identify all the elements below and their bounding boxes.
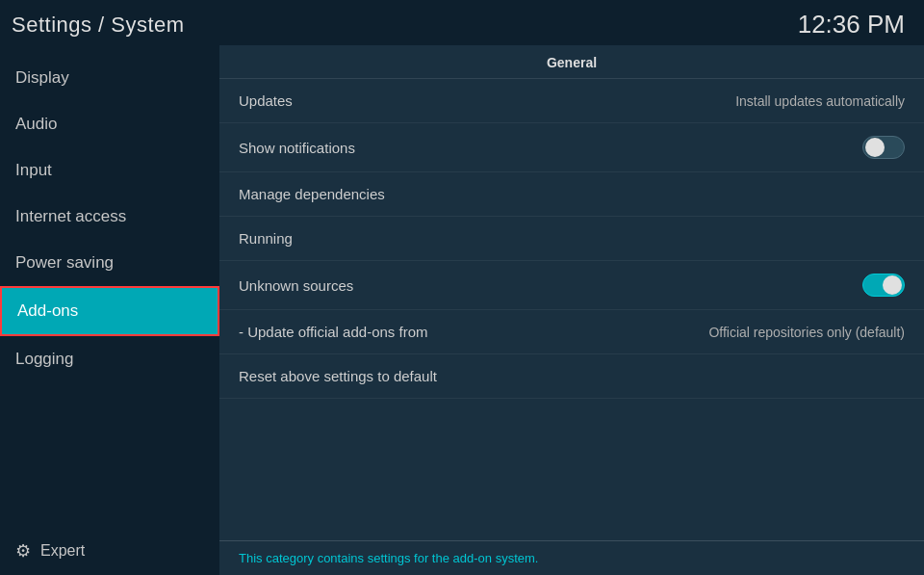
settings-row-label-updates: Updates (239, 92, 293, 109)
sidebar-item-display[interactable]: Display (0, 55, 219, 101)
gear-icon: ⚙ (15, 540, 31, 562)
settings-row-label-running: Running (239, 230, 293, 247)
sidebar-item-power-saving[interactable]: Power saving (0, 240, 219, 286)
sidebar-item-input[interactable]: Input (0, 147, 219, 194)
settings-row-label-show-notifications: Show notifications (239, 140, 355, 156)
toggle-show-notifications[interactable] (862, 136, 905, 159)
settings-row-unknown-sources[interactable]: Unknown sources (219, 261, 924, 310)
settings-row-label-update-official: - Update official add-ons from (239, 324, 428, 340)
settings-row-label-unknown-sources: Unknown sources (239, 277, 353, 294)
settings-row-value-update-official: Official repositories only (default) (708, 325, 905, 340)
sidebar-item-audio[interactable]: Audio (0, 101, 219, 147)
settings-row-running[interactable]: Running (219, 217, 924, 261)
settings-row-update-official[interactable]: - Update official add-ons fromOfficial r… (219, 310, 924, 354)
content-scroll: General UpdatesInstall updates automatic… (219, 45, 924, 540)
settings-row-label-reset-settings: Reset above settings to default (239, 368, 437, 384)
sidebar-item-internet-access[interactable]: Internet access (0, 194, 219, 240)
main-layout: DisplayAudioInputInternet accessPower sa… (0, 45, 924, 575)
status-bar: This category contains settings for the … (219, 540, 924, 575)
section-header: General (219, 45, 924, 79)
settings-row-updates[interactable]: UpdatesInstall updates automatically (219, 79, 924, 123)
expert-label: Expert (40, 542, 85, 560)
sidebar: DisplayAudioInputInternet accessPower sa… (0, 45, 219, 575)
sidebar-expert[interactable]: ⚙ Expert (0, 527, 219, 575)
settings-row-value-updates: Install updates automatically (735, 93, 905, 109)
page-title: Settings / System (12, 13, 185, 38)
header: Settings / System 12:36 PM (0, 0, 924, 45)
toggle-knob-unknown-sources (883, 275, 902, 295)
clock: 12:36 PM (798, 10, 905, 39)
sidebar-item-add-ons[interactable]: Add-ons (0, 286, 219, 336)
toggle-unknown-sources[interactable] (862, 274, 905, 297)
toggle-knob-show-notifications (865, 138, 885, 157)
settings-row-reset-settings[interactable]: Reset above settings to default (219, 354, 924, 399)
app-container: Settings / System 12:36 PM DisplayAudioI… (0, 0, 924, 575)
settings-row-manage-dependencies[interactable]: Manage dependencies (219, 172, 924, 217)
content-area: General UpdatesInstall updates automatic… (219, 45, 924, 575)
settings-row-show-notifications[interactable]: Show notifications (219, 123, 924, 172)
status-text: This category contains settings for the … (239, 551, 538, 565)
sidebar-item-logging[interactable]: Logging (0, 336, 219, 382)
settings-row-label-manage-dependencies: Manage dependencies (239, 186, 385, 202)
